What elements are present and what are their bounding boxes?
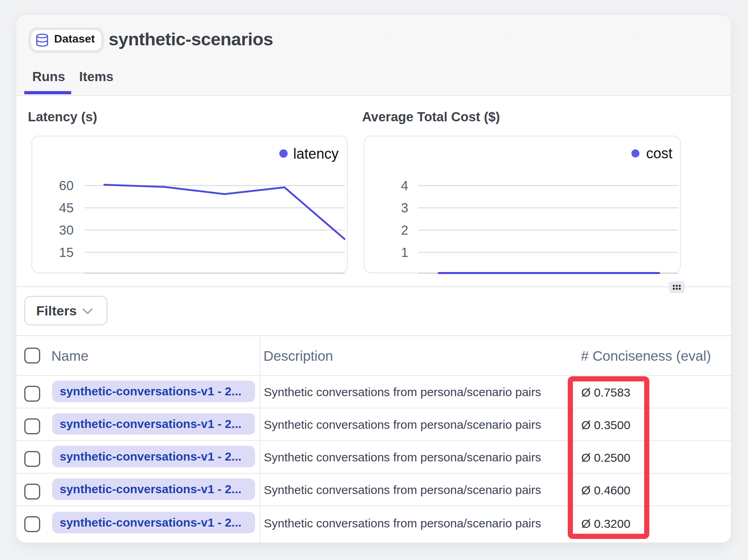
svg-text:15: 15 (59, 245, 74, 260)
svg-text:latency: latency (293, 146, 339, 162)
svg-text:4: 4 (401, 178, 408, 193)
svg-text:cost: cost (646, 145, 672, 161)
svg-text:45: 45 (59, 200, 74, 215)
svg-text:1: 1 (401, 245, 408, 260)
svg-text:2: 2 (401, 223, 408, 237)
svg-text:30: 30 (59, 223, 74, 237)
svg-text:60: 60 (59, 178, 74, 193)
svg-text:3: 3 (401, 200, 408, 215)
